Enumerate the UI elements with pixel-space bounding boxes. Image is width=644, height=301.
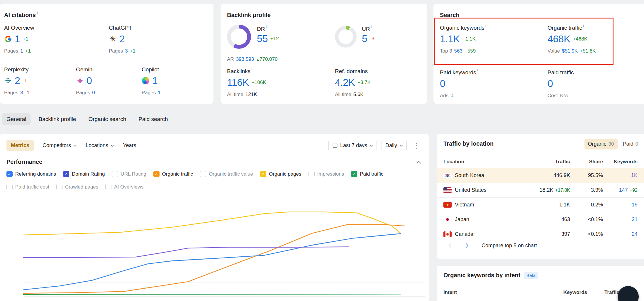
traffic-value: 1.1K — [526, 202, 570, 208]
metric-value[interactable]: 0 — [440, 78, 445, 89]
pages-value[interactable]: 1 — [20, 48, 23, 54]
metric-delta: +1 — [23, 36, 28, 42]
info-icon[interactable]: i — [369, 67, 370, 71]
metric-delta: -1 — [23, 78, 27, 84]
metric-checkbox-ai-overviews[interactable]: AI Overviews — [105, 184, 143, 190]
metric-label: Paid traffic — [548, 69, 574, 76]
keywords-link[interactable]: 147 — [619, 187, 628, 193]
metric-value[interactable]: 1 — [15, 33, 20, 45]
metric-value[interactable]: 1.1K — [440, 33, 460, 45]
prev-page-chevron-icon[interactable] — [446, 241, 454, 250]
metric-value[interactable]: 4.2K — [335, 77, 355, 88]
keywords-link[interactable]: 1K — [631, 172, 638, 178]
search-card: Search Organic keywordsi 1.1K +1.1K Top … — [433, 4, 644, 104]
metric-delta: -3 — [370, 36, 374, 42]
backlinks-metric: Backlinksi 116K +106K All time 121K — [227, 68, 266, 97]
metric-value[interactable]: 2 — [15, 75, 20, 86]
flag-south-korea-icon — [443, 173, 452, 178]
share-value: 0.2% — [570, 202, 603, 208]
metrics-button[interactable]: Metrics — [6, 140, 34, 151]
up-triangle-icon: ▲ — [256, 58, 260, 62]
tab-general[interactable]: General — [2, 113, 30, 125]
top3-delta: +559 — [465, 48, 476, 54]
performance-toolbar: Metrics Competitors Locations Years Last… — [6, 140, 422, 151]
metric-checkbox-organic-traffic[interactable]: ✓ Organic traffic — [153, 171, 193, 177]
metric-checkbox-url-rating[interactable]: URL Rating — [112, 171, 146, 177]
metric-value[interactable]: 5 — [362, 33, 367, 44]
locations-dropdown[interactable]: Locations — [86, 142, 114, 149]
toggle-organic-label: Organic — [588, 141, 606, 147]
all-time-value: 121K — [245, 92, 257, 97]
metric-value[interactable]: 0 — [87, 75, 92, 86]
performance-card: Metrics Competitors Locations Years Last… — [0, 134, 429, 301]
ai-metric-chatgpt: ChatGPT ✳ 2 Pages 3 +1 — [109, 25, 135, 54]
pages-delta: +1 — [130, 48, 135, 54]
info-icon[interactable]: i — [266, 25, 267, 29]
info-icon[interactable]: i — [574, 68, 575, 72]
metric-checkbox-organic-pages[interactable]: ✓ Organic pages — [260, 171, 301, 177]
check-icon: ✓ — [8, 172, 11, 176]
tab-paid-search[interactable]: Paid search — [134, 113, 172, 125]
pages-label: Pages — [76, 90, 90, 96]
value-amount[interactable]: $51.9K — [562, 48, 578, 54]
metric-value[interactable]: 0 — [548, 78, 553, 89]
checkbox: ✓ — [6, 171, 13, 177]
metric-checkbox-organic-traffic-value[interactable]: Organic traffic value — [200, 171, 253, 177]
keywords-link[interactable]: 24 — [632, 231, 638, 237]
metric-value[interactable]: 116K — [227, 77, 249, 88]
checkbox — [6, 184, 13, 190]
check-icon: ✓ — [352, 172, 356, 176]
pages-value[interactable]: 3 — [125, 48, 128, 54]
info-icon[interactable]: i — [485, 23, 486, 28]
ur-metric: URi 5 -3 — [362, 26, 374, 44]
ar-value[interactable]: 393,593 — [236, 56, 254, 62]
share-value: <0.1% — [570, 231, 603, 237]
keywords-link[interactable]: 21 — [632, 216, 638, 222]
keywords-link[interactable]: 19 — [632, 202, 638, 208]
more-options-kebab-icon[interactable]: ⋮ — [411, 142, 422, 150]
pages-value[interactable]: 3 — [20, 90, 23, 96]
metric-checkbox-paid-traffic[interactable]: ✓ Paid traffic — [351, 171, 383, 177]
next-page-chevron-icon[interactable] — [463, 241, 471, 250]
toggle-organic[interactable]: Organic 30 — [584, 139, 618, 149]
date-range-dropdown[interactable]: Last 7 days — [328, 140, 377, 151]
tab-organic-search[interactable]: Organic search — [84, 113, 130, 125]
metric-value[interactable]: 2 — [119, 33, 125, 45]
tab-backlink-profile[interactable]: Backlink profile — [35, 113, 80, 125]
pages-value[interactable]: 0 — [92, 90, 95, 96]
info-icon[interactable]: i — [477, 68, 478, 72]
info-icon[interactable]: i — [371, 25, 372, 29]
granularity-label: Daily — [385, 142, 397, 149]
all-time-value: 5.6K — [353, 92, 364, 97]
collapse-chevron-icon[interactable] — [416, 160, 421, 165]
metric-checkbox-crawled-pages[interactable]: Crawled pages — [56, 184, 98, 190]
info-icon[interactable]: i — [37, 11, 38, 15]
ai-metric-perplexity: Perplexity ❉ 2 -1 Pages 3 -1 — [4, 66, 30, 96]
granularity-dropdown[interactable]: Daily — [382, 140, 407, 151]
cost-label: Cost — [548, 93, 558, 99]
metric-value[interactable]: 468K — [548, 33, 570, 45]
chart-line-organic-pages — [23, 212, 401, 235]
metric-checkbox-domain-rating[interactable]: ✓ Domain Rating — [63, 171, 105, 177]
metric-checkbox-paid-traffic-cost[interactable]: Paid traffic cost — [6, 184, 49, 190]
metric-value[interactable]: 1 — [152, 75, 157, 86]
metric-delta: +468K — [573, 36, 587, 42]
value-delta: +51.8K — [580, 48, 596, 54]
metric-checkbox-referring-domains[interactable]: ✓ Referring domains — [6, 171, 56, 177]
flag-japan-icon — [443, 217, 452, 222]
column-header-intent: Intent — [443, 290, 543, 295]
checkbox-label: Paid traffic — [360, 171, 383, 177]
metric-value[interactable]: 55 — [257, 33, 268, 44]
years-button[interactable]: Years — [123, 142, 136, 149]
pages-value[interactable]: 1 — [158, 90, 160, 96]
info-icon[interactable]: i — [251, 67, 252, 71]
toggle-paid[interactable]: Paid 0 — [619, 139, 642, 149]
perplexity-icon: ❉ — [4, 77, 12, 85]
info-icon[interactable]: i — [583, 23, 584, 28]
share-value: <0.1% — [570, 216, 603, 223]
top3-value[interactable]: 563 — [454, 48, 462, 54]
ads-value[interactable]: 0 — [450, 93, 453, 99]
metric-checkbox-impressions[interactable]: Impressions — [309, 171, 344, 177]
competitors-dropdown[interactable]: Competitors — [43, 142, 77, 149]
keywords-by-intent-card: Organic keywords by intent Beta Intent K… — [437, 266, 644, 301]
